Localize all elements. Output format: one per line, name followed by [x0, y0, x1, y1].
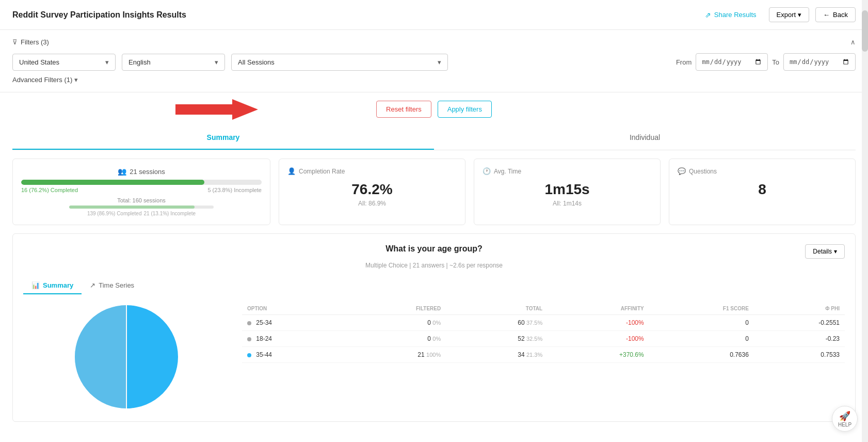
progress-bar — [21, 180, 262, 185]
col-option: OPTION — [242, 303, 344, 315]
cell-filtered: 21 100% — [344, 347, 446, 363]
option-dot — [247, 337, 251, 341]
clock-icon: 🕐 — [483, 167, 491, 175]
chevron-down-icon: ▾ — [105, 58, 109, 66]
sessions-select[interactable]: All Sessions ▾ — [231, 54, 448, 71]
total-row: Total: 160 sessions — [21, 197, 262, 203]
cell-f1score: 0.7636 — [649, 347, 754, 363]
apply-filters-button[interactable]: Apply filters — [438, 101, 492, 118]
action-row: Reset filters Apply filters — [0, 92, 868, 126]
cards-row: 👥 21 sessions 16 (76.2%) Completed 5 (23… — [12, 159, 856, 225]
cell-option: 25-34 — [242, 315, 344, 331]
cell-affinity: +370.6% — [548, 347, 649, 363]
chevron-down-icon: ▾ — [74, 76, 78, 84]
language-select[interactable]: English ▾ — [122, 54, 225, 71]
cell-phi: -0.23 — [754, 331, 845, 347]
chat-icon: 💬 — [678, 167, 686, 175]
header: Reddit Survey Participation Insights Res… — [0, 0, 868, 30]
from-date-input[interactable] — [696, 53, 768, 71]
cell-option: 35-44 — [242, 347, 344, 363]
question-section: What is your age group? Details ▾ Multip… — [12, 233, 856, 422]
chevron-down-icon: ▾ — [798, 11, 801, 19]
cell-affinity: -100% — [548, 331, 649, 347]
filter-row: United States ▾ English ▾ All Sessions ▾… — [12, 53, 856, 71]
advanced-filters-label[interactable]: Advanced Filters (1) ▾ — [12, 76, 78, 84]
option-dot — [247, 353, 251, 357]
reset-filters-button[interactable]: Reset filters — [376, 101, 431, 118]
chevron-down-icon: ▾ — [834, 248, 837, 255]
col-phi: Φ PHI — [754, 303, 845, 315]
tabs-container: Summary Individual — [12, 126, 856, 150]
share-button[interactable]: ⇗ Share Results — [699, 8, 763, 22]
completion-rate-value: 76.2% — [287, 181, 457, 198]
questions-card: 💬 Questions 8 — [669, 159, 856, 225]
advanced-filters-row: Advanced Filters (1) ▾ — [12, 76, 856, 84]
arrow-left-icon: ← — [823, 11, 830, 19]
red-arrow-icon — [175, 97, 258, 122]
details-button[interactable]: Details ▾ — [805, 244, 845, 259]
option-dot — [247, 321, 251, 325]
chevron-down-icon: ▾ — [215, 58, 218, 66]
cell-filtered: 0 0% — [344, 331, 446, 347]
cell-filtered: 0 0% — [344, 315, 446, 331]
collapse-icon[interactable]: ∧ — [850, 38, 856, 46]
table-row: 25-34 0 0% 60 37.5% -100% 0 -0.2551 — [242, 315, 845, 331]
filters-label: ⊽ Filters (3) — [12, 38, 49, 46]
main-content: Summary Individual 👥 21 sessions 16 (76.… — [0, 126, 868, 434]
table-row: 18-24 0 0% 52 32.5% -100% 0 -0.23 — [242, 331, 845, 347]
col-f1score: F1 SCORE — [649, 303, 754, 315]
question-header: What is your age group? Details ▾ — [23, 244, 845, 259]
scrollbar-thumb[interactable] — [862, 10, 868, 52]
help-button[interactable]: 🚀 HELP — [832, 406, 858, 432]
table-row: 35-44 21 100% 34 21.3% +370.6% 0.7636 0.… — [242, 347, 845, 363]
col-filtered: FILTERED — [344, 303, 446, 315]
help-icon: 🚀 — [839, 411, 850, 422]
pie-chart — [54, 303, 199, 411]
cell-total: 34 21.3% — [446, 347, 548, 363]
completion-rate-card: 👤 Completion Rate 76.2% All: 86.9% — [279, 159, 465, 225]
person-icon: 👤 — [287, 167, 296, 175]
date-group: From To — [676, 53, 856, 71]
sub-tabs: 📊 Summary ↗ Time Series — [23, 277, 845, 294]
people-icon: 👥 — [118, 167, 126, 176]
question-title: What is your age group? — [297, 244, 571, 254]
table-header-row: OPTION FILTERED TOTAL AFFINITY F1 SCORE … — [242, 303, 845, 315]
questions-value: 8 — [678, 181, 847, 198]
data-table: OPTION FILTERED TOTAL AFFINITY F1 SCORE … — [242, 303, 845, 363]
col-affinity: AFFINITY — [548, 303, 649, 315]
sub-tab-timeseries[interactable]: ↗ Time Series — [82, 277, 142, 294]
sessions-card: 👥 21 sessions 16 (76.2%) Completed 5 (23… — [12, 159, 270, 225]
total-progress-fill — [69, 206, 195, 209]
header-actions: ⇗ Share Results Export ▾ ← Back — [699, 7, 856, 22]
question-meta: Multiple Choice | 21 answers | ~2.6s per… — [23, 262, 845, 269]
filters-section: ⊽ Filters (3) ∧ United States ▾ English … — [0, 30, 868, 92]
share-icon: ⇗ — [705, 11, 711, 19]
cell-f1score: 0 — [649, 331, 754, 347]
svg-marker-0 — [175, 99, 258, 120]
cell-total: 52 32.5% — [446, 331, 548, 347]
chart-table-row: OPTION FILTERED TOTAL AFFINITY F1 SCORE … — [23, 303, 845, 411]
chevron-down-icon: ▾ — [438, 58, 441, 66]
scrollbar[interactable] — [862, 0, 868, 442]
tab-summary[interactable]: Summary — [12, 126, 434, 150]
page-title: Reddit Survey Participation Insights Res… — [12, 10, 186, 20]
progress-bar-fill — [21, 180, 204, 185]
avg-time-card: 🕐 Avg. Time 1m15s All: 1m14s — [474, 159, 661, 225]
sessions-count: 👥 21 sessions — [21, 167, 262, 176]
cell-phi: -0.2551 — [754, 315, 845, 331]
export-button[interactable]: Export ▾ — [769, 7, 810, 22]
country-select[interactable]: United States ▾ — [12, 54, 116, 71]
cell-phi: 0.7533 — [754, 347, 845, 363]
progress-bar-container: 16 (76.2%) Completed 5 (23.8%) Incomplet… — [21, 180, 262, 193]
avg-time-value: 1m15s — [483, 181, 652, 198]
tab-individual[interactable]: Individual — [434, 126, 856, 150]
chart-area — [23, 303, 230, 411]
to-date-input[interactable] — [783, 53, 856, 71]
sub-tab-summary[interactable]: 📊 Summary — [23, 277, 82, 294]
questions-title: 💬 Questions — [678, 167, 847, 175]
completion-rate-sub: All: 86.9% — [287, 200, 457, 207]
col-total: TOTAL — [446, 303, 548, 315]
back-button[interactable]: ← Back — [815, 7, 856, 22]
progress-labels: 16 (76.2%) Completed 5 (23.8%) Incomplet… — [21, 187, 262, 193]
filters-header: ⊽ Filters (3) ∧ — [12, 38, 856, 46]
